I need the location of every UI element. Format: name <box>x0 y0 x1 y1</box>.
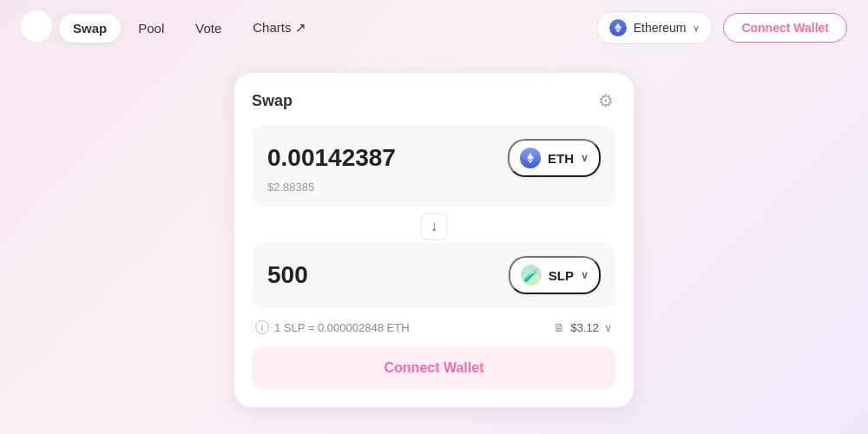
rate-text: 1 SLP = 0.000002848 ETH <box>274 321 410 334</box>
to-token-symbol: SLP <box>549 268 574 283</box>
nav-item-swap[interactable]: Swap <box>59 14 121 43</box>
nav-item-pool[interactable]: Pool <box>124 14 178 43</box>
nav-item-charts[interactable]: Charts ↗ <box>239 13 319 43</box>
gas-icon: 🗎 <box>554 321 565 334</box>
from-token-symbol: ETH <box>548 151 574 166</box>
card-header: Swap ⚙ <box>252 90 616 111</box>
network-name: Ethereum <box>634 21 687 35</box>
from-usd-value: $2.88385 <box>267 181 601 194</box>
swap-card: Swap ⚙ 0.00142387 ETH ∨ $2.88385 <box>234 73 634 407</box>
svg-point-0 <box>21 10 52 42</box>
logo[interactable]: 🦄 <box>21 10 52 45</box>
nav-item-vote[interactable]: Vote <box>181 14 235 43</box>
rate-left: i 1 SLP = 0.000002848 ETH <box>255 320 410 334</box>
from-token-chevron-icon: ∨ <box>581 152 589 164</box>
slp-token-icon: 🧪 <box>521 265 542 286</box>
network-chevron-icon: ∨ <box>693 23 700 34</box>
navbar: 🦄 Swap Pool Vote Charts ↗ Ethereum ∨ Con… <box>0 0 868 56</box>
info-icon[interactable]: i <box>255 320 269 334</box>
to-token-row: 500 🧪 SLP ∨ <box>267 256 601 294</box>
from-token-box: 0.00142387 ETH ∨ $2.88385 <box>252 125 616 207</box>
network-selector[interactable]: Ethereum ∨ <box>596 11 713 44</box>
nav-right: Ethereum ∨ Connect Wallet <box>596 11 847 44</box>
rate-row: i 1 SLP = 0.000002848 ETH 🗎 $3.12 ∨ <box>252 312 616 343</box>
nav-items: Swap Pool Vote Charts ↗ <box>59 13 589 43</box>
from-token-selector[interactable]: ETH ∨ <box>508 139 601 177</box>
swap-card-title: Swap <box>252 92 293 110</box>
main-content: Swap ⚙ 0.00142387 ETH ∨ $2.88385 <box>0 56 868 407</box>
connect-wallet-card-button[interactable]: Connect Wallet <box>252 346 616 390</box>
eth-token-icon <box>520 148 541 168</box>
to-token-selector[interactable]: 🧪 SLP ∨ <box>509 256 601 294</box>
from-token-row: 0.00142387 ETH ∨ <box>267 139 601 177</box>
ethereum-network-icon <box>609 19 627 36</box>
from-amount: 0.00142387 <box>267 144 441 172</box>
arrow-down-icon: ↓ <box>431 219 437 234</box>
to-token-chevron-icon: ∨ <box>581 269 589 281</box>
settings-button[interactable]: ⚙ <box>595 90 616 111</box>
swap-arrow-container: ↓ <box>252 211 616 242</box>
connect-wallet-nav-button[interactable]: Connect Wallet <box>723 13 847 43</box>
to-token-box: 500 🧪 SLP ∨ <box>252 242 616 308</box>
gas-value: $3.12 <box>570 321 599 334</box>
rate-chevron-icon[interactable]: ∨ <box>604 321 613 334</box>
rate-right: 🗎 $3.12 ∨ <box>554 321 613 334</box>
to-amount: 500 <box>267 261 441 289</box>
swap-direction-button[interactable]: ↓ <box>420 213 448 240</box>
